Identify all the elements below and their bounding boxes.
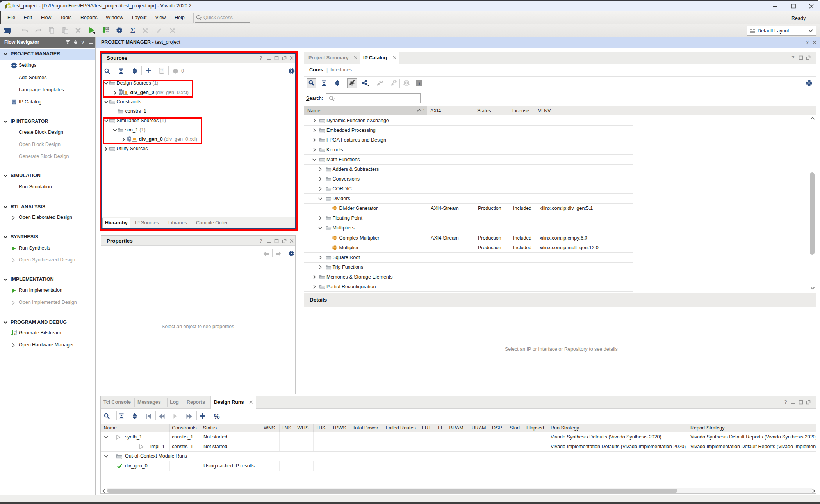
svg-text:%: % (214, 413, 219, 420)
svg-text:?: ? (259, 238, 262, 244)
svg-text:10: 10 (106, 30, 109, 33)
svg-text:10: 10 (14, 333, 17, 335)
svg-text:?: ? (806, 40, 809, 45)
svg-text:1: 1 (423, 109, 425, 113)
svg-text:?: ? (791, 55, 795, 60)
svg-text:?: ? (81, 40, 84, 45)
svg-text:?: ? (784, 399, 787, 405)
svg-text:Σ: Σ (130, 26, 135, 34)
